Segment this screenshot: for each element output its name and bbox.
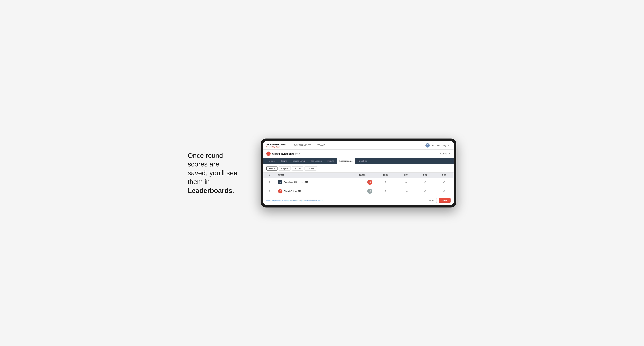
- tab-results[interactable]: Results: [324, 158, 337, 164]
- tab-teams[interactable]: Teams: [278, 158, 290, 164]
- tab-leaderboards[interactable]: Leaderboards: [337, 158, 355, 164]
- nav-teams[interactable]: TEAMS: [314, 141, 328, 150]
- tab-tee-groups[interactable]: Tee Groups: [308, 158, 324, 164]
- col-rd3: RD3: [435, 173, 454, 178]
- team-logo-sb: SB: [278, 180, 282, 184]
- filter-scores[interactable]: Scores: [292, 166, 304, 171]
- col-total: TOTAL: [350, 173, 374, 178]
- filter-teams[interactable]: Teams: [266, 166, 278, 171]
- logo-text: SCOREBOARD: [266, 143, 286, 146]
- team-cell: SB Scoreboard University [A]: [278, 180, 348, 184]
- tournament-header: C Clippd Invitational (Men) Cancel ✕: [263, 150, 454, 158]
- col-thru: THRU: [374, 173, 397, 178]
- left-text-content: Once roundscores aresaved, you'll seethe…: [188, 152, 237, 194]
- row2-rd3: +3: [435, 187, 454, 196]
- sign-out-link[interactable]: Sign out: [443, 144, 450, 147]
- score-badge-red: -5: [367, 180, 372, 185]
- tab-course-setup[interactable]: Course Setup: [290, 158, 308, 164]
- col-team: TEAM: [276, 173, 350, 178]
- row1-rd2: +5: [416, 178, 435, 187]
- nav-links: TOURNAMENTS TEAMS: [291, 141, 426, 150]
- left-description: Once roundscores aresaved, you'll seethe…: [188, 151, 249, 195]
- cancel-button-footer[interactable]: Cancel: [424, 198, 437, 203]
- sub-navigation: Details Teams Course Setup Tee Groups Re…: [263, 158, 454, 164]
- app-footer: https://stage-blue-coach.stagescoreboard…: [263, 196, 454, 205]
- table-row: 2 C Clippd College [A] +3: [263, 187, 454, 196]
- tournament-title-area: C Clippd Invitational (Men): [266, 152, 301, 156]
- top-navigation: SCOREBOARD Powered by clippd TOURNAMENTS…: [263, 141, 454, 150]
- total-cell: +3: [352, 189, 372, 194]
- team-name: Scoreboard University [A]: [284, 181, 308, 183]
- logo-area: SCOREBOARD Powered by clippd: [266, 143, 286, 148]
- user-name: Test User |: [431, 144, 441, 147]
- user-avatar: S: [426, 143, 430, 148]
- filter-strokes[interactable]: Strokes: [304, 166, 317, 171]
- nav-tournaments[interactable]: TOURNAMENTS: [291, 141, 314, 150]
- row1-rd1: -4: [397, 178, 416, 187]
- cancel-x-icon: ✕: [448, 152, 450, 155]
- tab-details[interactable]: Details: [266, 158, 278, 164]
- tablet-screen: SCOREBOARD Powered by clippd TOURNAMENTS…: [263, 141, 454, 205]
- score-badge-gray: +3: [367, 189, 372, 194]
- row1-thru: F: [374, 178, 397, 187]
- left-text-bold: Leaderboards: [188, 187, 232, 194]
- row1-total: -5: [350, 178, 374, 187]
- row2-thru: F: [374, 187, 397, 196]
- save-button[interactable]: Save: [439, 198, 450, 203]
- row2-rank: 2: [263, 187, 276, 196]
- leaderboard-table: # TEAM TOTAL THRU RD1 RD2 RD3 1: [263, 173, 454, 196]
- tournament-name: Clippd Invitational: [272, 152, 294, 155]
- logo-powered: Powered by clippd: [266, 146, 286, 148]
- team-name: Clippd College [A]: [284, 190, 301, 192]
- col-rank: #: [263, 173, 276, 178]
- tablet-device: SCOREBOARD Powered by clippd TOURNAMENTS…: [260, 139, 456, 207]
- tournament-logo: C: [266, 152, 270, 156]
- nav-right: S Test User | Sign out: [426, 143, 450, 148]
- table-body: 1 SB Scoreboard University [A] -5: [263, 178, 454, 196]
- team-cell: C Clippd College [A]: [278, 189, 348, 193]
- footer-url: https://stage-blue-coach.stagescoreboard…: [266, 199, 422, 201]
- total-cell: -5: [352, 180, 372, 185]
- row2-total: +3: [350, 187, 374, 196]
- row2-rd1: +8: [397, 187, 416, 196]
- row1-rd3: -6: [435, 178, 454, 187]
- table-header: # TEAM TOTAL THRU RD1 RD2 RD3: [263, 173, 454, 178]
- tournament-gender: (Men): [295, 152, 301, 155]
- col-rd1: RD1: [397, 173, 416, 178]
- row2-team: C Clippd College [A]: [276, 187, 350, 196]
- cancel-button-top[interactable]: Cancel ✕: [440, 152, 450, 155]
- filter-players[interactable]: Players: [279, 166, 291, 171]
- col-rd2: RD2: [416, 173, 435, 178]
- row1-rank: 1: [263, 178, 276, 187]
- leaderboard-content: # TEAM TOTAL THRU RD1 RD2 RD3 1: [263, 173, 454, 196]
- team-logo-c: C: [278, 189, 282, 193]
- filter-bar: Teams Players Scores Strokes: [263, 164, 454, 173]
- tab-printables[interactable]: Printables: [355, 158, 370, 164]
- row1-team: SB Scoreboard University [A]: [276, 178, 350, 187]
- table-row: 1 SB Scoreboard University [A] -5: [263, 178, 454, 187]
- row2-rd2: -8: [416, 187, 435, 196]
